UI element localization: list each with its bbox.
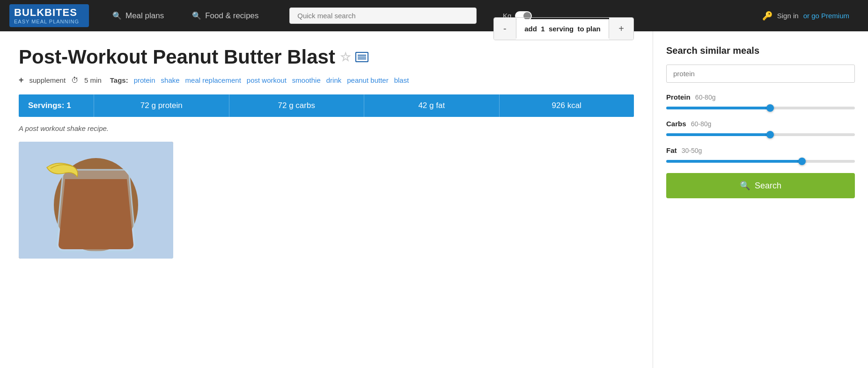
carbs-slider-track[interactable] xyxy=(666,133,855,136)
carbs-slider-fill xyxy=(666,133,770,136)
tag-protein[interactable]: protein xyxy=(134,76,155,84)
carbs-slider-thumb[interactable] xyxy=(766,131,774,138)
main-layout: - add 1 serving to plan + Post-Workout P… xyxy=(0,31,868,368)
fat-value: 42 g fat xyxy=(418,101,445,110)
tag-peanut-butter[interactable]: peanut butter xyxy=(347,76,388,84)
title-row: Post-Workout Peanut Butter Blast ☆ xyxy=(19,45,493,69)
servings-cell: Servings: 1 xyxy=(19,94,94,117)
supplement-label: supplement xyxy=(29,76,66,84)
protein-slider-thumb[interactable] xyxy=(766,104,774,112)
content-area: - add 1 serving to plan + Post-Workout P… xyxy=(0,31,653,368)
notes-icon[interactable] xyxy=(355,52,368,62)
favorite-star-icon[interactable]: ☆ xyxy=(340,50,351,65)
fat-filter-label: Fat 30-50g xyxy=(666,146,855,154)
meal-title-text: Post-Workout Peanut Butter Blast xyxy=(19,45,335,69)
kcal-value: 926 kcal xyxy=(552,101,581,110)
logo-subtitle: EASY MEAL PLANNING xyxy=(14,19,84,24)
serving-count: 1 xyxy=(541,25,544,33)
protein-filter-label: Protein 60-80g xyxy=(666,93,855,101)
search-button[interactable]: 🔍 Search xyxy=(666,173,855,198)
servings-bar: Servings: 1 72 g protein 72 g carbs 42 g… xyxy=(19,94,634,117)
to-plan-label: to plan xyxy=(578,25,601,33)
carbs-cell: 72 g carbs xyxy=(229,94,364,117)
protein-slider-container: Protein 60-80g xyxy=(666,93,855,109)
description-text: A post workout shake recipe. xyxy=(19,124,634,132)
time-label: 5 min xyxy=(84,76,102,84)
protein-slider-fill xyxy=(666,107,770,109)
plus-icon: + xyxy=(19,75,24,85)
nav-meal-plans-label: Meal plans xyxy=(125,11,164,21)
carbs-range: 60-80g xyxy=(691,120,712,128)
fat-slider-container: Fat 30-50g xyxy=(666,146,855,163)
tag-drink[interactable]: drink xyxy=(326,76,342,84)
add-to-plan-bar: - add 1 serving to plan + xyxy=(493,17,634,40)
nav-food-recipes[interactable]: 🔍 Food & recipes xyxy=(178,0,272,31)
protein-range: 60-80g xyxy=(695,94,716,101)
premium-link[interactable]: or go Premium xyxy=(803,12,849,20)
search-similar-input[interactable] xyxy=(666,65,855,83)
key-icon: 🔑 xyxy=(762,11,772,21)
tag-smoothie[interactable]: smoothie xyxy=(292,76,321,84)
meal-title: Post-Workout Peanut Butter Blast ☆ xyxy=(19,45,634,69)
logo[interactable]: BULKBITES EASY MEAL PLANNING xyxy=(9,4,89,27)
tag-post-workout[interactable]: post workout xyxy=(247,76,287,84)
serving-word: serving xyxy=(549,25,574,33)
tag-shake[interactable]: shake xyxy=(161,76,180,84)
clock-icon: ⏱ xyxy=(71,76,79,85)
content-wrapper: - add 1 serving to plan + Post-Workout P… xyxy=(0,31,868,368)
carbs-slider-container: Carbs 60-80g xyxy=(666,120,855,136)
sidebar: Search similar meals Protein 60-80g Carb… xyxy=(653,31,868,368)
fat-slider-thumb[interactable] xyxy=(798,158,806,165)
carbs-value: 72 g carbs xyxy=(278,101,315,110)
fat-slider-track[interactable] xyxy=(666,160,855,163)
sign-in-area: 🔑 Sign in or go Premium xyxy=(762,11,849,21)
logo-title: BULKBITES xyxy=(14,7,84,18)
fat-slider-fill xyxy=(666,160,802,163)
protein-cell: 72 g protein xyxy=(94,94,229,117)
tag-blast[interactable]: blast xyxy=(394,76,409,84)
carbs-filter-label: Carbs 60-80g xyxy=(666,120,855,128)
fat-range: 30-50g xyxy=(682,147,702,154)
protein-slider-track[interactable] xyxy=(666,107,855,109)
protein-value: 72 g protein xyxy=(140,101,183,110)
decrease-serving-button[interactable]: - xyxy=(494,18,516,40)
quick-meal-search-input[interactable] xyxy=(289,7,477,24)
nav-meal-plans[interactable]: 🔍 Meal plans xyxy=(98,0,178,31)
search-btn-icon: 🔍 xyxy=(740,180,750,191)
increase-serving-button[interactable]: + xyxy=(609,18,633,40)
servings-label: Servings: 1 xyxy=(28,101,71,110)
search-bar-area xyxy=(273,7,493,24)
tags-label: Tags: xyxy=(110,76,128,84)
fat-cell: 42 g fat xyxy=(364,94,499,117)
sidebar-title: Search similar meals xyxy=(666,45,855,56)
meal-image-svg xyxy=(19,142,173,259)
plan-middle: add 1 serving to plan xyxy=(516,19,610,38)
meta-row: + supplement ⏱ 5 min Tags: protein shake… xyxy=(19,75,634,85)
search-icon-2: 🔍 xyxy=(192,11,201,20)
search-btn-label: Search xyxy=(755,181,781,191)
search-icon: 🔍 xyxy=(112,11,122,20)
kcal-cell: 926 kcal xyxy=(499,94,634,117)
add-label: add xyxy=(524,25,537,33)
sign-in-link[interactable]: Sign in xyxy=(777,12,799,20)
nav-food-recipes-label: Food & recipes xyxy=(205,11,258,21)
tag-meal-replacement[interactable]: meal replacement xyxy=(185,76,241,84)
header: BULKBITES EASY MEAL PLANNING 🔍 Meal plan… xyxy=(0,0,868,31)
meal-image xyxy=(19,142,173,259)
